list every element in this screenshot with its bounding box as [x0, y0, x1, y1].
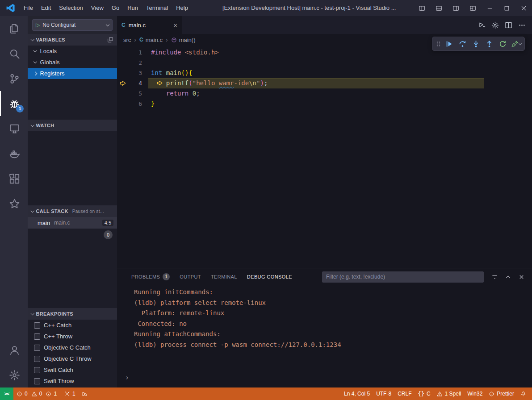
status-eol[interactable]: CRLF — [394, 388, 415, 400]
menu-go[interactable]: Go — [108, 2, 123, 14]
menu-file[interactable]: File — [20, 2, 37, 14]
breakpoints-section-header[interactable]: BREAKPOINTS — [28, 308, 117, 320]
console-filter-input[interactable] — [322, 271, 484, 283]
step-into-button[interactable] — [469, 38, 482, 50]
code-token: (){ — [181, 69, 192, 76]
layout-sidebar-left-button[interactable] — [413, 0, 430, 16]
call-stack-section-header[interactable]: CALL STACK Paused on st... — [28, 205, 117, 217]
breakpoint-c-catch[interactable]: C++ Catch — [28, 320, 117, 331]
status-platform[interactable]: Win32 — [464, 388, 486, 400]
glyph-margin — [117, 88, 129, 99]
console-prompt[interactable]: › — [125, 373, 129, 383]
step-out-button[interactable] — [482, 38, 496, 50]
status-language-mode[interactable]: {}C — [415, 388, 433, 400]
status-debug[interactable] — [79, 388, 91, 400]
breakpoint-objective-c-throw[interactable]: Objective C Throw — [28, 353, 117, 364]
launch-config-dropdown[interactable]: ▷ No Configurat — [32, 19, 113, 31]
tab-close-icon[interactable]: × — [173, 21, 177, 29]
start-debugging-icon[interactable]: ▷ — [36, 22, 40, 28]
activity-item-docker[interactable] — [0, 141, 28, 166]
workbench: 1 ▷ No Configurat VARIABLES — [0, 16, 532, 388]
split-editor-button[interactable] — [503, 19, 514, 31]
panel-tab-problems[interactable]: PROBLEMS1 — [129, 268, 172, 285]
activity-item-favorites[interactable] — [0, 191, 28, 216]
breakpoint-checkbox[interactable] — [34, 378, 40, 384]
menu-run[interactable]: Run — [123, 2, 142, 14]
collapse-all-icon[interactable] — [107, 37, 113, 43]
activity-item-remote-explorer[interactable] — [0, 116, 28, 141]
variables-item-registers[interactable]: Registers — [28, 68, 117, 79]
breakpoint-checkbox[interactable] — [34, 367, 40, 373]
breakpoint-checkbox[interactable] — [34, 322, 40, 329]
activity-item-settings[interactable] — [0, 362, 28, 388]
code-token: } — [151, 100, 155, 107]
debug-console[interactable]: Running initCommands:(lldb) platform sel… — [117, 285, 532, 388]
breadcrumb-folder[interactable]: src — [123, 37, 131, 43]
breadcrumb-file[interactable]: C main.c — [139, 37, 163, 43]
minimize-button[interactable] — [481, 0, 498, 16]
code-token: ( — [189, 79, 192, 87]
code-token: printf — [166, 79, 189, 87]
status-spell-checker[interactable]: 1 Spell — [434, 388, 465, 400]
menu-view[interactable]: View — [87, 2, 108, 14]
breakpoint-checkbox[interactable] — [34, 356, 40, 362]
console-options-icon[interactable] — [489, 271, 500, 282]
panel-tab-debug-console[interactable]: DEBUG CONSOLE — [244, 268, 295, 285]
close-button[interactable] — [515, 0, 532, 16]
activity-item-run-debug[interactable]: 1 — [0, 91, 28, 116]
stack-frame-row[interactable]: main main.c 4:5 — [28, 217, 117, 229]
layout-customize-button[interactable] — [464, 0, 481, 16]
settings-gear-button[interactable] — [489, 19, 501, 31]
status-tools-counter[interactable]: 1 — [61, 388, 79, 400]
remote-indicator[interactable]: >< — [0, 388, 13, 400]
status-formatter[interactable]: Prettier — [486, 388, 517, 400]
tab-main-c[interactable]: C main.c × — [117, 16, 182, 34]
breadcrumb-symbol[interactable]: main() — [171, 37, 196, 43]
panel-tab-output[interactable]: OUTPUT — [177, 268, 204, 285]
menu-terminal[interactable]: Terminal — [142, 2, 172, 14]
status-cursor-position[interactable]: Ln 4, Col 5 — [341, 388, 373, 400]
activity-item-source-control[interactable] — [0, 66, 28, 91]
gripper-button[interactable] — [434, 38, 442, 50]
debug-run-toolbar: ▷ No Configurat — [28, 16, 117, 34]
breakpoint-checkbox[interactable] — [34, 345, 40, 351]
variables-item-locals[interactable]: Locals — [28, 46, 117, 57]
breakpoint-c-throw[interactable]: C++ Throw — [28, 331, 117, 342]
activity-item-extensions[interactable] — [0, 166, 28, 191]
activity-item-account[interactable] — [0, 338, 28, 362]
code-editor[interactable]: 1#include <stdio.h>23int main(){4 printf… — [117, 46, 532, 268]
more-actions-button[interactable] — [516, 19, 528, 31]
breakpoint-objective-c-catch[interactable]: Objective C Catch — [28, 342, 117, 353]
activity-item-search[interactable] — [0, 41, 28, 66]
maximize-panel-icon[interactable] — [503, 271, 513, 282]
menu-help[interactable]: Help — [172, 2, 192, 14]
disconnect-button[interactable] — [509, 38, 523, 50]
breakpoint-swift-catch[interactable]: Swift Catch — [28, 364, 117, 375]
breakpoint-swift-throw[interactable]: Swift Throw — [28, 375, 117, 387]
breakpoint-checkbox[interactable] — [34, 333, 40, 340]
maximize-button[interactable] — [498, 0, 515, 16]
warning-icon — [31, 391, 37, 397]
call-stack-title: CALL STACK — [36, 208, 68, 214]
status-encoding[interactable]: UTF-8 — [373, 388, 394, 400]
menu-selection[interactable]: Selection — [55, 2, 87, 14]
activity-item-explorer[interactable] — [0, 16, 28, 41]
code-text: #include <stdio.h> — [151, 47, 219, 58]
layout-sidebar-right-button[interactable] — [447, 0, 464, 16]
status-notifications[interactable] — [517, 388, 529, 400]
restart-button[interactable] — [496, 38, 509, 50]
step-into-icon — [472, 40, 480, 48]
console-line: Running initCommands: — [134, 287, 532, 298]
run-menu-button[interactable] — [476, 19, 487, 31]
variables-item-globals[interactable]: Globals — [28, 57, 117, 68]
step-over-button[interactable] — [456, 38, 469, 50]
watch-section-header[interactable]: WATCH — [28, 120, 117, 131]
status-problems[interactable]: 0 0 1 — [13, 388, 61, 400]
panel-tab-terminal[interactable]: TERMINAL — [208, 268, 240, 285]
layout-panel-button[interactable] — [430, 0, 447, 16]
continue-button[interactable] — [442, 38, 456, 50]
close-panel-icon[interactable] — [516, 271, 527, 282]
menu-edit[interactable]: Edit — [37, 2, 55, 14]
variables-section-header[interactable]: VARIABLES — [28, 34, 117, 46]
code-token — [189, 90, 192, 97]
